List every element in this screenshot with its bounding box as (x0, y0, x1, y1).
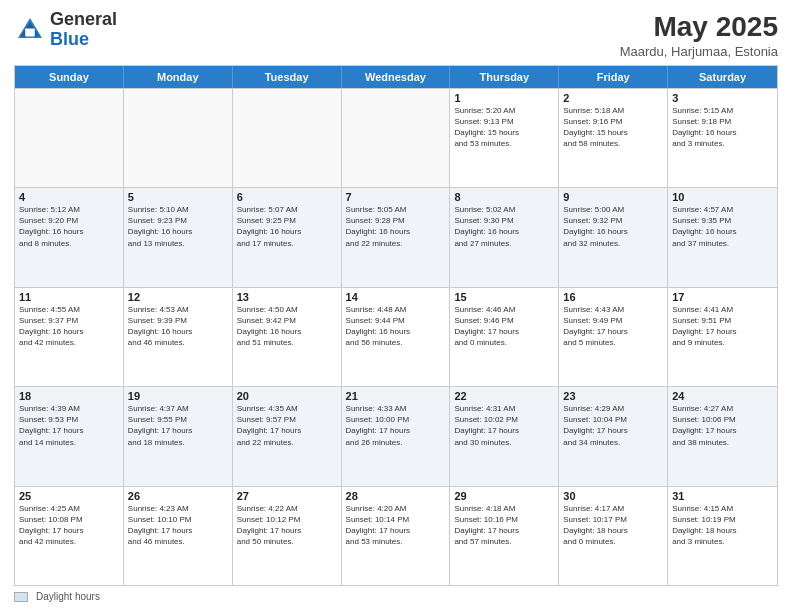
day-info: Sunrise: 4:50 AM Sunset: 9:42 PM Dayligh… (237, 304, 337, 349)
day-number: 4 (19, 191, 119, 203)
day-info: Sunrise: 4:37 AM Sunset: 9:55 PM Dayligh… (128, 403, 228, 448)
day-number: 2 (563, 92, 663, 104)
day-number: 15 (454, 291, 554, 303)
day-info: Sunrise: 5:02 AM Sunset: 9:30 PM Dayligh… (454, 204, 554, 249)
day-info: Sunrise: 5:07 AM Sunset: 9:25 PM Dayligh… (237, 204, 337, 249)
day-info: Sunrise: 4:23 AM Sunset: 10:10 PM Daylig… (128, 503, 228, 548)
calendar: SundayMondayTuesdayWednesdayThursdayFrid… (14, 65, 778, 586)
location: Maardu, Harjumaa, Estonia (620, 44, 778, 59)
day-number: 3 (672, 92, 773, 104)
calendar-cell: 10Sunrise: 4:57 AM Sunset: 9:35 PM Dayli… (668, 188, 777, 286)
day-number: 5 (128, 191, 228, 203)
day-number: 29 (454, 490, 554, 502)
weekday-header: Sunday (15, 66, 124, 88)
day-info: Sunrise: 4:41 AM Sunset: 9:51 PM Dayligh… (672, 304, 773, 349)
calendar-cell (124, 89, 233, 187)
calendar-cell (15, 89, 124, 187)
day-number: 6 (237, 191, 337, 203)
calendar-cell: 16Sunrise: 4:43 AM Sunset: 9:49 PM Dayli… (559, 288, 668, 386)
day-number: 26 (128, 490, 228, 502)
day-number: 17 (672, 291, 773, 303)
calendar-cell: 28Sunrise: 4:20 AM Sunset: 10:14 PM Dayl… (342, 487, 451, 585)
day-info: Sunrise: 4:53 AM Sunset: 9:39 PM Dayligh… (128, 304, 228, 349)
calendar-cell: 11Sunrise: 4:55 AM Sunset: 9:37 PM Dayli… (15, 288, 124, 386)
day-info: Sunrise: 4:27 AM Sunset: 10:06 PM Daylig… (672, 403, 773, 448)
day-number: 19 (128, 390, 228, 402)
day-info: Sunrise: 4:57 AM Sunset: 9:35 PM Dayligh… (672, 204, 773, 249)
weekday-header: Monday (124, 66, 233, 88)
calendar-cell (342, 89, 451, 187)
calendar-cell: 18Sunrise: 4:39 AM Sunset: 9:53 PM Dayli… (15, 387, 124, 485)
day-info: Sunrise: 4:15 AM Sunset: 10:19 PM Daylig… (672, 503, 773, 548)
day-number: 30 (563, 490, 663, 502)
calendar-cell: 22Sunrise: 4:31 AM Sunset: 10:02 PM Dayl… (450, 387, 559, 485)
calendar-cell: 15Sunrise: 4:46 AM Sunset: 9:46 PM Dayli… (450, 288, 559, 386)
calendar-row: 25Sunrise: 4:25 AM Sunset: 10:08 PM Dayl… (15, 486, 777, 585)
calendar-cell: 14Sunrise: 4:48 AM Sunset: 9:44 PM Dayli… (342, 288, 451, 386)
logo-icon (14, 14, 46, 46)
calendar-cell: 23Sunrise: 4:29 AM Sunset: 10:04 PM Dayl… (559, 387, 668, 485)
calendar-row: 1Sunrise: 5:20 AM Sunset: 9:13 PM Daylig… (15, 88, 777, 187)
svg-rect-2 (25, 28, 35, 36)
day-info: Sunrise: 4:17 AM Sunset: 10:17 PM Daylig… (563, 503, 663, 548)
day-info: Sunrise: 5:15 AM Sunset: 9:18 PM Dayligh… (672, 105, 773, 150)
legend-label: Daylight hours (36, 591, 100, 602)
calendar-row: 11Sunrise: 4:55 AM Sunset: 9:37 PM Dayli… (15, 287, 777, 386)
month-year: May 2025 (620, 10, 778, 44)
logo-blue-text: Blue (50, 29, 89, 49)
weekday-header: Wednesday (342, 66, 451, 88)
calendar-cell: 27Sunrise: 4:22 AM Sunset: 10:12 PM Dayl… (233, 487, 342, 585)
title-block: May 2025 Maardu, Harjumaa, Estonia (620, 10, 778, 59)
calendar-header: SundayMondayTuesdayWednesdayThursdayFrid… (15, 66, 777, 88)
calendar-body: 1Sunrise: 5:20 AM Sunset: 9:13 PM Daylig… (15, 88, 777, 585)
calendar-cell: 29Sunrise: 4:18 AM Sunset: 10:16 PM Dayl… (450, 487, 559, 585)
day-info: Sunrise: 4:39 AM Sunset: 9:53 PM Dayligh… (19, 403, 119, 448)
legend-box (14, 592, 28, 602)
day-info: Sunrise: 5:20 AM Sunset: 9:13 PM Dayligh… (454, 105, 554, 150)
day-number: 28 (346, 490, 446, 502)
day-number: 12 (128, 291, 228, 303)
legend: Daylight hours (14, 591, 778, 602)
day-info: Sunrise: 5:00 AM Sunset: 9:32 PM Dayligh… (563, 204, 663, 249)
calendar-cell: 13Sunrise: 4:50 AM Sunset: 9:42 PM Dayli… (233, 288, 342, 386)
day-number: 31 (672, 490, 773, 502)
calendar-cell: 12Sunrise: 4:53 AM Sunset: 9:39 PM Dayli… (124, 288, 233, 386)
page: General Blue May 2025 Maardu, Harjumaa, … (0, 0, 792, 612)
day-info: Sunrise: 5:12 AM Sunset: 9:20 PM Dayligh… (19, 204, 119, 249)
day-info: Sunrise: 4:43 AM Sunset: 9:49 PM Dayligh… (563, 304, 663, 349)
day-number: 24 (672, 390, 773, 402)
day-number: 9 (563, 191, 663, 203)
logo-general-text: General (50, 9, 117, 29)
calendar-cell: 21Sunrise: 4:33 AM Sunset: 10:00 PM Dayl… (342, 387, 451, 485)
calendar-cell: 19Sunrise: 4:37 AM Sunset: 9:55 PM Dayli… (124, 387, 233, 485)
calendar-cell: 1Sunrise: 5:20 AM Sunset: 9:13 PM Daylig… (450, 89, 559, 187)
calendar-cell: 9Sunrise: 5:00 AM Sunset: 9:32 PM Daylig… (559, 188, 668, 286)
day-info: Sunrise: 4:35 AM Sunset: 9:57 PM Dayligh… (237, 403, 337, 448)
day-info: Sunrise: 4:18 AM Sunset: 10:16 PM Daylig… (454, 503, 554, 548)
day-number: 8 (454, 191, 554, 203)
calendar-cell: 3Sunrise: 5:15 AM Sunset: 9:18 PM Daylig… (668, 89, 777, 187)
day-info: Sunrise: 5:18 AM Sunset: 9:16 PM Dayligh… (563, 105, 663, 150)
calendar-cell: 30Sunrise: 4:17 AM Sunset: 10:17 PM Dayl… (559, 487, 668, 585)
day-info: Sunrise: 5:05 AM Sunset: 9:28 PM Dayligh… (346, 204, 446, 249)
weekday-header: Thursday (450, 66, 559, 88)
calendar-cell: 31Sunrise: 4:15 AM Sunset: 10:19 PM Dayl… (668, 487, 777, 585)
calendar-cell: 5Sunrise: 5:10 AM Sunset: 9:23 PM Daylig… (124, 188, 233, 286)
calendar-row: 4Sunrise: 5:12 AM Sunset: 9:20 PM Daylig… (15, 187, 777, 286)
calendar-row: 18Sunrise: 4:39 AM Sunset: 9:53 PM Dayli… (15, 386, 777, 485)
calendar-cell: 25Sunrise: 4:25 AM Sunset: 10:08 PM Dayl… (15, 487, 124, 585)
weekday-header: Saturday (668, 66, 777, 88)
day-number: 23 (563, 390, 663, 402)
day-info: Sunrise: 4:25 AM Sunset: 10:08 PM Daylig… (19, 503, 119, 548)
day-number: 13 (237, 291, 337, 303)
calendar-cell: 2Sunrise: 5:18 AM Sunset: 9:16 PM Daylig… (559, 89, 668, 187)
calendar-cell: 7Sunrise: 5:05 AM Sunset: 9:28 PM Daylig… (342, 188, 451, 286)
day-number: 1 (454, 92, 554, 104)
day-number: 7 (346, 191, 446, 203)
logo: General Blue (14, 10, 117, 50)
day-info: Sunrise: 4:46 AM Sunset: 9:46 PM Dayligh… (454, 304, 554, 349)
calendar-cell: 6Sunrise: 5:07 AM Sunset: 9:25 PM Daylig… (233, 188, 342, 286)
day-number: 11 (19, 291, 119, 303)
day-info: Sunrise: 4:29 AM Sunset: 10:04 PM Daylig… (563, 403, 663, 448)
day-info: Sunrise: 4:20 AM Sunset: 10:14 PM Daylig… (346, 503, 446, 548)
